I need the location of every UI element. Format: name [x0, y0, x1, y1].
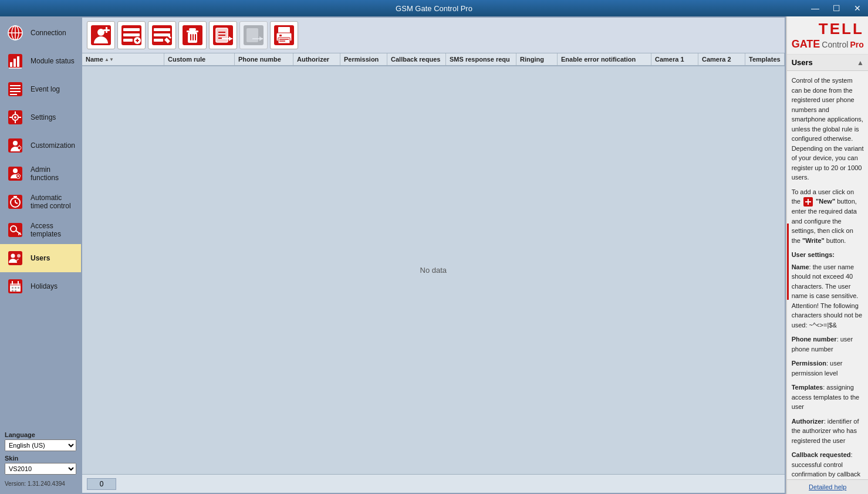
sidebar-label-access-templates: Access templates	[31, 222, 75, 238]
logo-gate: GATE	[792, 38, 820, 50]
sidebar-bottom: Language English (US) Hungarian German S…	[0, 427, 81, 492]
maximize-button[interactable]: ☐	[826, 0, 847, 16]
sidebar-item-holidays[interactable]: Holidays	[0, 272, 81, 300]
help-permission: Permission: user permission level	[792, 358, 864, 378]
minimize-button[interactable]: —	[805, 0, 826, 16]
close-button[interactable]: ✕	[847, 0, 868, 16]
svg-rect-7	[13, 59, 16, 67]
edit-button[interactable]	[148, 21, 176, 49]
svg-rect-93	[278, 38, 290, 43]
col-callback[interactable]: Callback reques	[387, 53, 446, 65]
help-callback: Callback requested: successful control c…	[792, 450, 864, 479]
logo-tell: TELL	[819, 20, 864, 38]
svg-rect-51	[12, 290, 13, 292]
window-title: GSM Gate Control Pro	[396, 4, 472, 13]
clock-icon	[6, 192, 25, 211]
sidebar-item-module-status[interactable]: Module status	[0, 47, 81, 75]
sidebar-item-event-log[interactable]: Event log	[0, 75, 81, 103]
language-select[interactable]: English (US) Hungarian German	[5, 439, 76, 451]
svg-point-27	[13, 168, 18, 173]
col-templates[interactable]: Templates	[745, 53, 785, 65]
svg-rect-72	[187, 31, 198, 32]
svg-rect-76	[195, 34, 196, 40]
print-button[interactable]	[270, 21, 298, 49]
col-ringing[interactable]: Ringing	[516, 53, 558, 65]
svg-rect-60	[123, 39, 133, 42]
svg-rect-49	[15, 287, 16, 289]
svg-rect-52	[15, 290, 16, 292]
add-button[interactable]	[117, 21, 146, 49]
window-controls[interactable]: — ☐ ✕	[805, 0, 868, 16]
help-new-bold: "New"	[816, 198, 835, 205]
svg-point-24	[18, 146, 21, 150]
panel-collapse-button[interactable]: ▲	[857, 59, 864, 67]
col-permission[interactable]: Permission	[340, 53, 387, 65]
help-phone: Phone number: user phone number	[792, 334, 864, 354]
sidebar-label-admin-functions: Admin functions	[31, 165, 75, 182]
table-body: No data	[82, 66, 785, 474]
col-name[interactable]: Name ▲▼	[82, 53, 164, 65]
help-content: Control of the system can be done from t…	[787, 71, 868, 479]
sidebar-item-users[interactable]: Users	[0, 244, 81, 272]
section-title: Users	[792, 58, 813, 67]
col-sms-response[interactable]: SMS response requ	[446, 53, 516, 65]
skin-select[interactable]: VS2010 Office2013 Default	[5, 463, 76, 475]
svg-rect-59	[123, 33, 140, 36]
import-button[interactable]	[209, 21, 237, 49]
svg-rect-94	[279, 35, 282, 36]
help-templates: Templates: assigning access templates to…	[792, 383, 864, 412]
main-content: Name ▲▼ Custom rule Phone numbe Authoriz…	[81, 16, 786, 494]
svg-rect-74	[190, 34, 191, 40]
gear-icon	[6, 108, 25, 127]
col-camera1[interactable]: Camera 1	[651, 53, 698, 65]
svg-rect-67	[154, 39, 163, 42]
svg-rect-13	[10, 91, 21, 92]
svg-rect-11	[10, 85, 21, 86]
svg-rect-40	[8, 251, 22, 265]
svg-rect-63	[137, 39, 138, 42]
svg-point-41	[11, 254, 15, 258]
svg-rect-66	[154, 33, 170, 36]
help-name: Name: the user name should not exceed 40…	[792, 262, 864, 330]
sidebar-label-connection: Connection	[31, 29, 66, 37]
svg-rect-12	[10, 88, 21, 89]
table-footer: 0	[82, 474, 785, 493]
detailed-help-link[interactable]: Detailed help	[787, 479, 868, 494]
col-custom-rule[interactable]: Custom rule	[164, 53, 235, 65]
help-intro: Control of the system can be done from t…	[792, 76, 864, 182]
svg-rect-65	[154, 28, 170, 31]
sidebar-item-automatic-timed-control[interactable]: Automatic timed control	[0, 188, 81, 216]
col-phone[interactable]: Phone numbe	[235, 53, 293, 65]
sidebar-item-connection[interactable]: Connection	[0, 19, 81, 47]
calendar-icon	[6, 277, 25, 296]
svg-rect-14	[10, 94, 17, 95]
version-text: Version: 1.31.240.4394	[5, 481, 76, 487]
new-icon-inline	[803, 197, 813, 207]
sidebar-item-customization[interactable]: Customization	[0, 131, 81, 160]
settings-title: User settings:	[792, 250, 864, 260]
export-button[interactable]	[239, 21, 268, 49]
logo-control: Control	[822, 40, 848, 49]
admin-icon	[6, 164, 25, 183]
svg-rect-75	[192, 34, 194, 40]
sidebar-item-settings[interactable]: Settings	[0, 103, 81, 131]
svg-rect-86	[246, 28, 258, 42]
users-icon	[6, 249, 25, 268]
col-authorizer[interactable]: Authorizer	[293, 53, 340, 65]
delete-button[interactable]	[178, 21, 207, 49]
svg-point-23	[13, 141, 18, 146]
list-icon	[6, 80, 25, 99]
sidebar-item-admin-functions[interactable]: Admin functions	[0, 160, 81, 188]
col-camera2[interactable]: Camera 2	[698, 53, 745, 65]
new-user-button[interactable]	[87, 21, 115, 49]
col-enable-error[interactable]: Enable error notification	[558, 53, 651, 65]
toolbar	[82, 18, 785, 53]
sidebar-item-access-templates[interactable]: Access templates	[0, 216, 81, 244]
bar-chart-icon	[6, 52, 25, 70]
svg-point-29	[18, 175, 19, 177]
help-add-user: To add a user click on the "New" button,…	[792, 187, 864, 246]
app-logo: TELL GATE Control Pro	[787, 16, 868, 55]
sidebar-label-holidays: Holidays	[31, 282, 58, 290]
svg-rect-21	[19, 117, 21, 118]
sidebar: Connection Module status	[0, 16, 81, 494]
